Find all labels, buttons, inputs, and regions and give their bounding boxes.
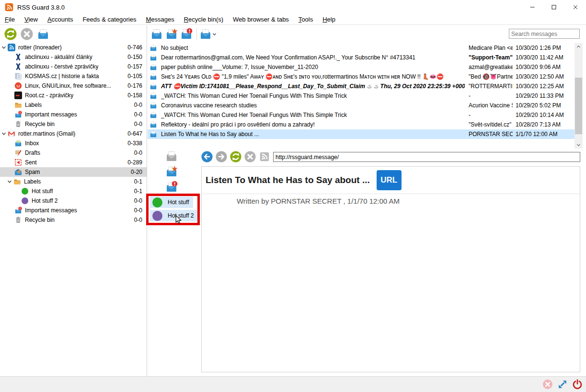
menu-tools[interactable]: Tools (294, 14, 318, 25)
message-row[interactable]: Reflektory - ideální pro práci i pro osv… (148, 120, 575, 129)
url-input[interactable] (273, 152, 580, 162)
envelope-gray-icon (165, 150, 178, 162)
mark-unread-button[interactable] (165, 150, 178, 163)
feed-item-abclinuxu-aktu-ln-l-nky[interactable]: abclinuxu - aktuální články0-150 (0, 52, 147, 62)
svg-text:★: ★ (172, 28, 178, 35)
message-date: 10/30/20 11:42 AM (516, 54, 575, 61)
back-button[interactable] (201, 151, 213, 162)
chevron-down-icon[interactable] (1, 45, 7, 50)
feed-label: Hot stuff 2 (32, 197, 57, 204)
mark-important-button[interactable] (180, 27, 193, 41)
feed-item-inbox[interactable]: Inbox0-338 (0, 138, 147, 148)
feed-label: Spam (25, 169, 40, 175)
message-row[interactable]: Sʜᴇ's 24 Yᴇᴀʀs Oʟᴅ ⛔ "1,9 miles" Aᴡᴀʏ ⛔ᴀ… (148, 72, 575, 81)
mark-starred-button[interactable]: ★ (165, 165, 178, 178)
feed-unread-count: 0-176 (127, 82, 147, 89)
mark-important-button[interactable] (165, 180, 178, 194)
minimize-button[interactable] (521, 0, 543, 14)
feed-item-kosmas-cz-historie-a-fakta[interactable]: KOSMAS.cz | historie a fakta0-105 (0, 71, 147, 81)
feed-item-recycle-bin[interactable]: Recycle bin0-0 (0, 119, 147, 129)
stop-icon (244, 151, 256, 162)
feed-item-hot-stuff[interactable]: Hot stuff0-1 (0, 186, 147, 196)
feed-item-recycle-bin[interactable]: Recycle bin0-0 (0, 215, 147, 225)
message-row[interactable]: No subjectMedicare Plan <e...10/30/20 1:… (148, 43, 575, 53)
mouse-cursor (175, 215, 182, 225)
sent-icon (14, 159, 22, 166)
article-header: Listen To What he Has to Say about ... U… (202, 167, 580, 194)
update-feeds-button[interactable] (4, 27, 17, 41)
feed-unread-count: 0-0 (134, 102, 147, 108)
menu-web-browser-tabs[interactable]: Web browser & tabs (228, 14, 294, 25)
message-date: 10/30/20 9:06 AM (516, 64, 575, 70)
feed-item-sent[interactable]: Sent0-289 (0, 158, 147, 167)
stop-button[interactable] (244, 151, 256, 162)
menu-file[interactable]: File (0, 14, 20, 25)
mark-read-menu-button[interactable] (199, 27, 217, 41)
message-row[interactable]: ATT ⛔Victim ID:1741081__Please_Respond__… (148, 81, 575, 91)
article-title: Listen To What he Has to Say about ... (206, 175, 370, 185)
message-author: PORNSTAR SECR... (469, 131, 513, 138)
scrollbar-thumb[interactable] (575, 78, 582, 134)
feed-item-labels[interactable]: Labels0-0 (0, 100, 147, 110)
label-button-hot-stuff[interactable]: Hot stuff (150, 196, 193, 208)
message-subject: ATT ⛔Victim ID:1741081__Please_Respond__… (161, 83, 465, 90)
menu-messages[interactable]: Messages (141, 14, 179, 25)
menu-accounts[interactable]: Accounts (43, 14, 78, 25)
message-row[interactable]: _WATCH: This Woman Cured Her Toenail Fun… (148, 91, 575, 101)
feed-unread-count: 0-0 (134, 207, 147, 214)
feed-item-abclinuxu-erstv-zpr-vi-ky[interactable]: abclinuxu - čerstvé zprávičky0-157 (0, 62, 147, 71)
search-input[interactable] (509, 29, 580, 39)
feed-label: Recycle bin (25, 121, 55, 127)
menu-help[interactable]: Help (318, 14, 340, 25)
maximize-button[interactable] (543, 0, 564, 14)
fullscreen-button[interactable] (557, 379, 568, 390)
refresh-button[interactable] (230, 151, 241, 162)
menu-recycle-bin-s[interactable]: Recycle bin(s) (179, 14, 228, 25)
message-author: "Svět-svítidel.cz" ... (469, 121, 513, 128)
menu-view[interactable]: View (20, 14, 43, 25)
feed-item-hot-stuff-2[interactable]: Hot stuff 20-0 (0, 196, 147, 206)
article-url-button[interactable]: URL (377, 170, 402, 190)
mark-read-button[interactable] (150, 27, 163, 41)
feed-item-important-messages[interactable]: Important messages0-0 (0, 206, 147, 215)
message-row[interactable]: Dear rottermartinos@gmail.com, We Need Y… (148, 53, 575, 62)
feed-item-labels[interactable]: Labels0-1 (0, 177, 147, 186)
feed-item-spam[interactable]: Spam0-20 (0, 167, 147, 177)
feed-item-rotter-martinos-gmail[interactable]: rotter.martinos (Gmail)0-647 (0, 129, 147, 138)
envelope-blue-icon (149, 92, 157, 100)
chevron-down-icon[interactable] (1, 131, 7, 137)
envelope-important-icon (14, 111, 22, 118)
inoreader-icon (8, 44, 15, 51)
scroll-up-icon[interactable] (575, 43, 583, 50)
feed-item-important-messages[interactable]: Important messages0-0 (0, 110, 147, 119)
stop-update-button[interactable] (20, 27, 34, 41)
feed-label: abclinuxu - aktuální články (25, 54, 92, 60)
refresh-icon (4, 28, 17, 40)
close-disabled-button[interactable] (542, 379, 553, 390)
feeds-panel: rotter (Inoreader)0-746abclinuxu - aktuá… (0, 25, 147, 376)
menu-feeds-categories[interactable]: Feeds & categories (78, 14, 141, 25)
message-row[interactable]: _WATCH: This Woman Cured Her Toenail Fun… (148, 110, 575, 120)
label-text: Hot stuff (168, 199, 189, 206)
scroll-down-icon[interactable] (575, 141, 583, 149)
trash-icon (14, 216, 22, 224)
chevron-down-icon[interactable] (7, 179, 12, 184)
message-list-scrollbar[interactable] (575, 43, 583, 149)
label-button-hot-stuff-2[interactable]: Hot stuff 2 (150, 210, 198, 221)
forward-button[interactable] (216, 151, 227, 162)
feed-item-rotter-inoreader[interactable]: rotter (Inoreader)0-746 (0, 43, 147, 52)
message-row[interactable]: Coronavirus vaccine research studiesAcur… (148, 101, 575, 110)
feed-item-drafts[interactable]: Drafts0-0 (0, 148, 147, 158)
message-row[interactable]: Listen To What he Has to Say about ...PO… (148, 129, 575, 139)
mark-read-button[interactable] (36, 27, 50, 41)
feed-item-linux-gnu-linux-free-software[interactable]: Linux, GNU/Linux, free software...0-176 (0, 81, 147, 91)
mark-starred-button[interactable]: ★ (165, 27, 178, 41)
feed-toolbar (0, 25, 147, 43)
feed-item-root-cz-zpr-vi-ky[interactable]: Root.cz - zprávičky0-158 (0, 91, 147, 100)
gmail-icon (8, 130, 15, 138)
quit-button[interactable] (572, 379, 583, 390)
message-row[interactable]: paper publish online___Volume: 7, Issue_… (148, 62, 575, 72)
feed-label: Hot stuff (32, 188, 53, 195)
rss-feed-button[interactable] (259, 151, 270, 162)
close-button[interactable] (564, 0, 586, 14)
